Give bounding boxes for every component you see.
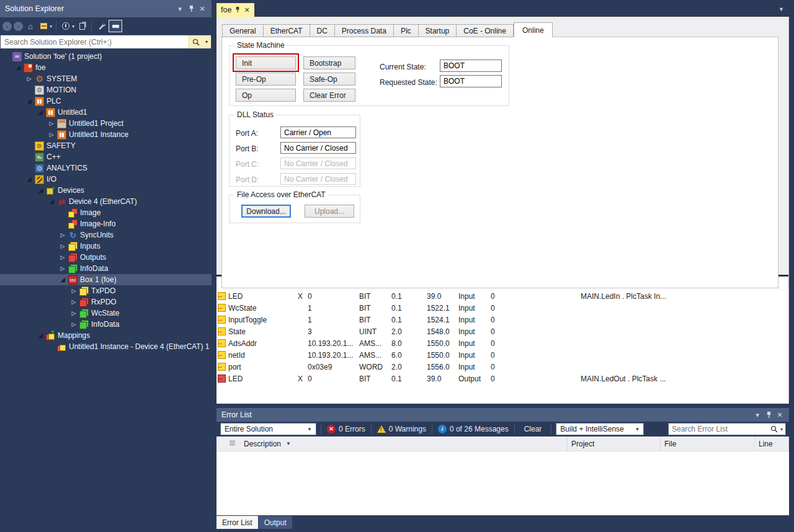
document-tab-foe[interactable]: foe ✕ [216, 3, 254, 17]
table-row-adsaddr-input[interactable]: AdsAddr10.193.20.1...AMS...8.01550.0Inpu… [216, 337, 788, 349]
collapsed-arrow-icon[interactable]: ▷ [24, 73, 35, 84]
tree-item-syncunits[interactable]: ▷SyncUnits [0, 229, 212, 241]
warnings-filter-button[interactable]: 0 Warnings [376, 425, 427, 433]
tree-item-untitled1-project[interactable]: ▷Untitled1 Project [0, 118, 212, 129]
expanded-arrow-icon[interactable]: ◢ [35, 107, 46, 118]
filter-dropdown-icon[interactable]: ▾ [72, 24, 74, 29]
tree-item-box-1-foe[interactable]: ◢Box 1 (foe) [0, 274, 212, 285]
errors-filter-button[interactable]: ✕ 0 Errors [326, 425, 367, 433]
tree-item-txpdo[interactable]: ▷TxPDO [0, 285, 212, 296]
build-filter-dropdown[interactable]: Build + IntelliSense ▼ [556, 423, 644, 435]
preview-selected-items-toggle[interactable] [109, 20, 122, 32]
tab-pin-icon[interactable] [235, 6, 240, 14]
sync-with-active-document-icon[interactable] [76, 20, 87, 32]
solution-explorer-titlebar[interactable]: Solution Explorer ▾ ✕ [0, 0, 212, 17]
tree-item-devices[interactable]: ◢Devices [0, 185, 212, 196]
table-row-port-input[interactable]: port0x03e9WORD2.01556.0Input0 [216, 361, 788, 373]
pre-op-button[interactable]: Pre-Op [236, 73, 296, 86]
home-icon[interactable]: ⌂ [25, 20, 36, 32]
window-position-icon[interactable]: ▾ [174, 3, 185, 14]
table-row-led-output[interactable]: LEDX0BIT0.139.0Output0MAIN.LedOut . PlcT… [216, 373, 788, 384]
expanded-arrow-icon[interactable]: ◢ [57, 274, 68, 285]
properties-wrench-icon[interactable] [96, 20, 107, 32]
window-position-icon[interactable]: ▾ [752, 409, 763, 420]
forward-icon[interactable]: › [14, 22, 23, 31]
op-button[interactable]: Op [236, 89, 296, 102]
collapse-all-icon[interactable] [38, 20, 49, 32]
tree-item-wcstate[interactable]: ▷WcState [0, 308, 212, 319]
collapsed-arrow-icon[interactable]: ▷ [68, 296, 79, 308]
solution-search-input[interactable] [1, 35, 189, 48]
tree-item-analytics[interactable]: ANALYTICS [0, 162, 212, 174]
collapsed-arrow-icon[interactable]: ▷ [46, 118, 57, 129]
tab-close-icon[interactable]: ✕ [244, 7, 249, 14]
clear-error-button[interactable]: Clear Error [303, 89, 355, 102]
project-column-header[interactable]: Project [568, 437, 661, 451]
tree-item-c[interactable]: C++ [0, 151, 212, 162]
bottom-tab-error-list[interactable]: Error List [216, 516, 258, 529]
subtab-coe-online[interactable]: CoE - Online [457, 24, 514, 37]
table-row-led-input[interactable]: LEDX0BIT0.139.0Input0MAIN.LedIn . PlcTas… [216, 290, 788, 302]
expanded-arrow-icon[interactable]: ◢ [24, 174, 35, 185]
tree-item-infodata[interactable]: ▷InfoData [0, 319, 212, 330]
tree-item-solution-foe-1-project[interactable]: Solution 'foe' (1 project) [0, 51, 212, 62]
close-icon[interactable]: ✕ [197, 3, 208, 14]
file-column-header[interactable]: File [661, 437, 755, 451]
pending-changes-filter-icon[interactable] [60, 20, 71, 32]
tree-item-inputs[interactable]: ▷Inputs [0, 241, 212, 252]
collapsed-arrow-icon[interactable]: ▷ [46, 129, 57, 140]
pin-icon[interactable] [185, 3, 197, 14]
search-options-dropdown-icon[interactable]: ▾ [202, 35, 211, 48]
tree-item-system[interactable]: ▷SYSTEM [0, 73, 212, 84]
collapsed-arrow-icon[interactable]: ▷ [68, 319, 79, 330]
bottom-tab-output[interactable]: Output [259, 516, 292, 529]
tree-item-motion[interactable]: MOTION [0, 84, 212, 95]
expanded-arrow-icon[interactable]: ◢ [46, 196, 57, 207]
subtab-dc[interactable]: DC [310, 24, 335, 37]
expanded-arrow-icon[interactable]: ◢ [35, 185, 46, 196]
tree-item-foe[interactable]: ◢foe [0, 62, 212, 73]
safe-op-button[interactable]: Safe-Op [303, 73, 355, 86]
tree-item-i-o[interactable]: ◢I/O [0, 174, 212, 185]
bootstrap-button[interactable]: Bootstrap [303, 56, 355, 69]
close-icon[interactable]: ✕ [774, 409, 785, 420]
error-list-search-input[interactable] [669, 425, 768, 433]
tree-item-image-info[interactable]: Image-Info [0, 218, 212, 229]
clear-button[interactable]: Clear [519, 425, 547, 433]
table-row-state-input[interactable]: State3UINT2.01548.0Input0 [216, 326, 788, 337]
download-button[interactable]: Download... [241, 205, 291, 218]
collapsed-arrow-icon[interactable]: ▷ [57, 241, 68, 252]
tree-item-device-4-ethercat[interactable]: ◢Device 4 (EtherCAT) [0, 196, 212, 207]
table-row-netid-input[interactable]: netId10.193.20.1...AMS...6.01550.0Input0 [216, 349, 788, 361]
tree-item-untitled1-instance[interactable]: ▷Untitled1 Instance [0, 129, 212, 140]
search-options-dropdown-icon[interactable]: ▾ [780, 427, 785, 432]
tree-item-mappings[interactable]: ◢Mappings [0, 330, 212, 341]
tree-item-untitled1-instance-device-4-ethercat-1[interactable]: Untitled1 Instance - Device 4 (EtherCAT)… [0, 341, 212, 352]
collapse-all-dropdown-icon[interactable]: ▾ [50, 24, 52, 29]
table-row-inputtoggle-input[interactable]: InputToggle1BIT0.11524.1Input0 [216, 314, 788, 326]
tab-list-chevron-icon[interactable]: ▼ [778, 6, 784, 12]
tree-item-infodata[interactable]: ▷InfoData [0, 263, 212, 274]
subtab-startup[interactable]: Startup [419, 24, 457, 37]
collapsed-arrow-icon[interactable]: ▷ [57, 229, 68, 241]
subtab-process-data[interactable]: Process Data [335, 24, 394, 37]
expanded-arrow-icon[interactable]: ◢ [12, 62, 24, 73]
tree-item-plc[interactable]: ◢PLC [0, 95, 212, 107]
subtab-general[interactable]: General [222, 24, 264, 37]
upload-button[interactable]: Upload... [305, 205, 354, 218]
expanded-arrow-icon[interactable]: ◢ [24, 95, 35, 107]
search-icon[interactable] [189, 35, 202, 48]
tree-item-untitled1[interactable]: ◢Untitled1 [0, 107, 212, 118]
table-row-wcstate-input[interactable]: WcState1BIT0.11522.1Input0 [216, 302, 788, 314]
error-list-search-box[interactable]: ▾ [668, 423, 786, 435]
collapsed-arrow-icon[interactable]: ▷ [68, 308, 79, 319]
line-column-header[interactable]: Line [755, 437, 789, 451]
collapsed-arrow-icon[interactable]: ▷ [68, 285, 79, 296]
pin-icon[interactable] [763, 409, 774, 420]
tree-item-outputs[interactable]: ▷Outputs [0, 252, 212, 263]
collapsed-arrow-icon[interactable]: ▷ [57, 263, 68, 274]
scope-filter-dropdown[interactable]: Entire Solution ▼ [220, 423, 316, 435]
collapsed-arrow-icon[interactable]: ▷ [57, 252, 68, 263]
expanded-arrow-icon[interactable]: ◢ [35, 330, 46, 341]
tree-item-rxpdo[interactable]: ▷RxPDO [0, 296, 212, 308]
